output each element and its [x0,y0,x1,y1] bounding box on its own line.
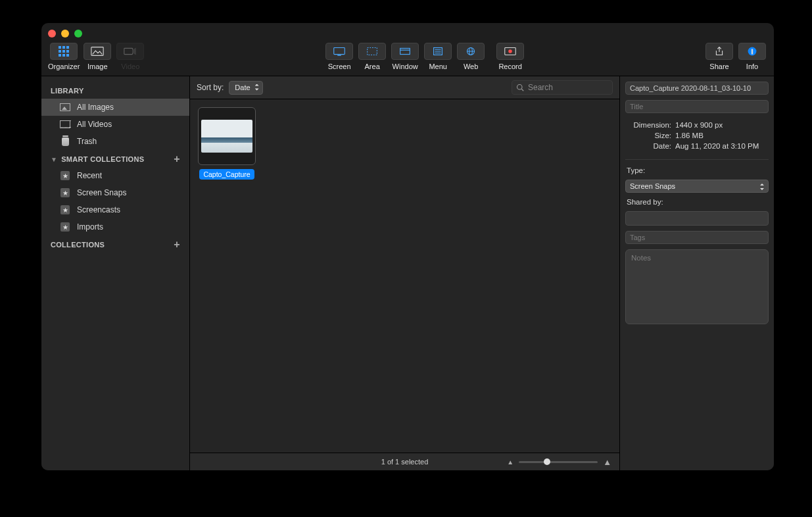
sidebar-item-label: Recent [77,171,102,180]
date-label: Date: [627,142,671,150]
chevron-down-icon: ▼ [51,156,57,163]
share-button[interactable]: Share [704,43,734,70]
organizer-tab[interactable]: Organizer [48,43,80,70]
toolbar-mode-group: Organizer Image Video [48,43,145,70]
web-capture-button[interactable]: Web [456,43,486,70]
area-capture-label: Area [365,62,380,70]
image-tab[interactable]: Image [82,43,112,70]
sharedby-field[interactable] [625,211,769,226]
screen-capture-label: Screen [328,62,351,70]
sidebar-item-recent[interactable]: ★ Recent [41,167,189,184]
screen-capture-button[interactable]: Screen [324,43,354,70]
zoom-in-icon[interactable]: ▲ [603,457,611,467]
window-icon [398,45,412,57]
web-capture-label: Web [464,62,478,70]
svg-rect-2 [334,48,345,55]
area-icon [365,45,379,57]
smart-collections-label: SMART COLLECTIONS [61,155,144,163]
filename-field[interactable]: Capto_Capture 2020-08-11_03-10-10 [625,82,769,95]
svg-line-19 [521,89,523,91]
notes-field[interactable]: Notes [625,249,769,324]
sort-by-label: Sort by: [197,83,224,92]
library-header-label: LIBRARY [51,87,84,95]
sidebar-item-imports[interactable]: ★ Imports [41,218,189,235]
svg-rect-0 [91,47,103,56]
svg-rect-5 [400,48,410,54]
sidebar-item-label: All Images [77,103,114,112]
dimension-value: 1440 x 900 px [675,121,767,129]
sidebar-item-screencasts[interactable]: ★ Screencasts [41,201,189,218]
trash-icon [60,137,70,146]
svg-point-15 [508,49,512,53]
videos-icon [60,120,70,129]
sidebar-item-all-images[interactable]: All Images [41,99,189,116]
video-tab: Video [115,43,145,70]
sharedby-label: Shared by: [625,198,769,206]
selection-status: 1 of 1 selected [381,458,429,466]
thumbnail-item[interactable]: Capto_Capture [198,107,256,180]
menu-capture-button[interactable]: Menu [423,43,453,70]
toolbar-right-group: Share i Info [704,43,767,70]
menu-icon [431,45,445,57]
sidebar-item-label: Screencasts [77,205,120,214]
images-icon [60,103,70,112]
smart-collections-header: ▼SMART COLLECTIONS + [41,150,189,167]
add-smart-collection-button[interactable]: + [174,156,180,162]
info-icon: i [745,45,759,57]
size-value: 1.86 MB [675,132,767,139]
image-icon [90,45,105,57]
tags-field[interactable]: Tags [625,231,769,244]
grid-icon [59,46,69,57]
svg-rect-4 [368,48,377,55]
svg-rect-3 [337,55,341,56]
add-collection-button[interactable]: + [174,241,180,248]
dimension-label: Dimension: [627,121,671,129]
minimize-window-button[interactable] [61,30,69,37]
sidebar-item-label: Screen Snaps [77,188,126,197]
zoom-knob[interactable] [544,458,550,465]
image-tab-label: Image [87,62,108,70]
inspector-panel: Capto_Capture 2020-08-11_03-10-10 Title … [620,76,774,470]
menu-capture-label: Menu [429,62,447,70]
video-tab-label: Video [121,62,139,70]
metadata-block: Dimension: 1440 x 900 px Size: 1.86 MB D… [625,118,769,153]
collections-label: COLLECTIONS [51,241,105,249]
record-button[interactable]: Record [495,43,525,70]
window-capture-label: Window [393,62,418,70]
record-icon [503,45,517,57]
window-controls [48,30,82,37]
type-label: Type: [625,166,769,174]
sidebar-item-trash[interactable]: Trash [41,133,189,150]
search-input[interactable]: Search [512,80,613,95]
star-icon: ★ [60,171,70,180]
zoom-out-icon[interactable]: ▲ [507,458,513,466]
type-value: Screen Snaps [630,182,675,190]
title-field[interactable]: Title [625,100,769,113]
zoom-slider[interactable] [519,461,598,463]
date-value: Aug 11, 2020 at 3:10 PM [675,142,767,150]
window-capture-button[interactable]: Window [390,43,420,70]
star-icon: ★ [60,222,70,232]
thumbnail-filename[interactable]: Capto_Capture [199,169,254,180]
info-button[interactable]: i Info [737,43,767,70]
library-header: LIBRARY [41,82,189,99]
zoom-control: ▲ ▲ [507,457,611,467]
app-window: Organizer Image Video Screen Area [41,23,774,470]
sort-by-value: Date [235,84,250,91]
area-capture-button[interactable]: Area [357,43,387,70]
web-icon [464,45,478,57]
sidebar: LIBRARY All Images All Videos Trash ▼SMA… [41,76,190,470]
zoom-window-button[interactable] [74,30,82,37]
star-icon: ★ [60,205,70,214]
type-select[interactable]: Screen Snaps [625,180,769,193]
sidebar-item-screen-snaps[interactable]: ★ Screen Snaps [41,184,189,201]
sort-by-select[interactable]: Date [229,81,262,95]
share-icon [712,45,727,57]
search-icon [516,84,524,91]
thumbnail-frame [198,107,256,165]
close-window-button[interactable] [48,30,56,37]
svg-text:i: i [752,49,753,55]
sidebar-item-all-videos[interactable]: All Videos [41,116,189,133]
toolbar: Organizer Image Video Screen Area [41,40,774,76]
organizer-tab-label: Organizer [48,62,80,70]
